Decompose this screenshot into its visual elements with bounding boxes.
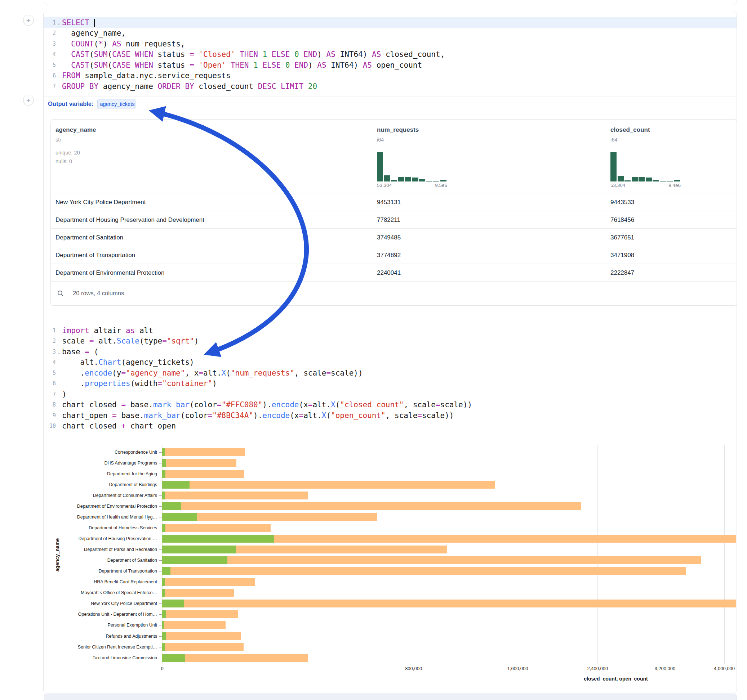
open_count-bar[interactable]	[162, 556, 227, 564]
closed_count-bar[interactable]	[162, 578, 255, 586]
code-line[interactable]: 5 CAST(SUM(CASE WHEN status = 'Open' THE…	[44, 60, 736, 71]
code-line[interactable]: 8chart_closed = base.mark_bar(color="#FF…	[44, 400, 736, 410]
open_count-bar[interactable]	[162, 535, 274, 543]
code-line[interactable]: 9chart_open = base.mark_bar(color="#8BC3…	[44, 410, 736, 421]
line-number: 1	[44, 20, 56, 26]
open_count-bar[interactable]	[162, 599, 184, 608]
open_count-bar[interactable]	[162, 567, 171, 575]
open_count-bar[interactable]	[162, 632, 166, 640]
closed_count-bar[interactable]	[162, 599, 736, 608]
code-line[interactable]: 2 agency_name,	[44, 28, 736, 39]
open_count-bar[interactable]	[162, 589, 165, 597]
y-tick	[159, 647, 162, 647]
y-tick	[159, 474, 162, 474]
y-tick	[159, 517, 162, 517]
closed_count-bar[interactable]	[162, 567, 686, 575]
open_count-bar[interactable]	[162, 481, 189, 489]
gridline	[518, 445, 518, 664]
table-row[interactable]: Department of Environmental Protection22…	[51, 264, 737, 282]
fold-chevron-slot	[56, 394, 62, 395]
gridline	[724, 445, 725, 664]
table-row[interactable]: Department of Housing Preservation and D…	[51, 211, 737, 229]
open_count-bar[interactable]	[162, 654, 185, 662]
closed_count-bar[interactable]	[162, 632, 241, 640]
y-axis-label: Taxi and Limousine Commission	[44, 655, 157, 661]
code-line[interactable]: 6FROM sample_data.nyc.service_requests	[44, 71, 736, 81]
y-tick	[159, 603, 162, 604]
y-tick	[159, 571, 162, 572]
open_count-bar[interactable]	[162, 513, 197, 521]
line-number: 7	[44, 83, 56, 90]
closed_count-bar[interactable]	[162, 459, 236, 467]
table-row[interactable]: New York City Police Department945313194…	[51, 193, 737, 211]
fold-chevron-icon[interactable]: ⌄	[56, 20, 62, 26]
closed_count-bar[interactable]	[162, 448, 245, 456]
table-row[interactable]: Department of Transportation377489234719…	[51, 246, 737, 264]
code-line[interactable]: 1import altair as alt	[44, 325, 736, 336]
open_count-bar[interactable]	[162, 470, 165, 478]
y-axis-label: Refunds and Adjustments	[44, 634, 157, 639]
closed_count-bar[interactable]	[162, 556, 701, 564]
open_count-bar[interactable]	[162, 459, 166, 467]
fold-chevron-icon[interactable]: ⌄	[56, 348, 62, 355]
closed_count-bar[interactable]	[162, 502, 581, 510]
line-number: 3	[44, 41, 56, 47]
open_count-bar[interactable]	[162, 643, 165, 651]
closed_count-bar[interactable]	[162, 481, 495, 489]
closed_count-bar[interactable]	[162, 524, 271, 532]
add-cell-button[interactable]: +	[23, 15, 34, 26]
code-line[interactable]: 4 CAST(SUM(CASE WHEN status = 'Closed' T…	[44, 49, 736, 60]
sql-editor[interactable]: 1⌄SELECT 2 agency_name,3 COUNT(*) AS num…	[44, 17, 736, 92]
closed_count-bar[interactable]	[162, 589, 234, 597]
bar-chart: agency_name Correspondence UnitDHS Advan…	[44, 445, 736, 692]
line-number: 6	[44, 72, 56, 79]
column-type: i64	[611, 137, 617, 143]
output-variable-chip[interactable]: agency_tickets	[97, 99, 136, 109]
table-cell: Department of Housing Preservation and D…	[56, 211, 204, 229]
code-line[interactable]: 3 COUNT(*) AS num_requests,	[44, 39, 736, 49]
search-icon[interactable]	[57, 290, 64, 297]
output-variable-row: Output variable: agency_tickets	[48, 99, 136, 109]
closed_count-bar[interactable]	[162, 610, 238, 618]
open_count-bar[interactable]	[162, 546, 236, 554]
table-cell: 9443533	[611, 193, 634, 211]
table-row[interactable]: Department of Sanitation37494853677651	[51, 228, 737, 246]
open_count-bar[interactable]	[162, 524, 165, 532]
closed_count-bar[interactable]	[162, 470, 244, 478]
code-line[interactable]: 4 alt.Chart(agency_tickets)	[44, 357, 736, 368]
open_count-bar[interactable]	[162, 578, 165, 586]
closed_count-bar[interactable]	[162, 492, 308, 499]
code-line[interactable]: 2scale = alt.Scale(type="sqrt")	[44, 336, 736, 347]
fold-chevron-slot	[56, 383, 62, 384]
column-histogram	[377, 152, 447, 181]
code-line[interactable]: 3⌄base = (	[44, 346, 736, 357]
y-axis-label: Department of Homeless Services	[44, 525, 157, 531]
code-line[interactable]: 1⌄SELECT	[44, 17, 736, 28]
add-cell-button[interactable]: +	[23, 95, 34, 106]
line-number: 2	[44, 30, 56, 36]
y-tick	[159, 593, 162, 593]
closed_count-bar[interactable]	[162, 643, 243, 651]
open_count-bar[interactable]	[162, 492, 165, 499]
code-line[interactable]: 7)	[44, 389, 736, 400]
line-number: 3	[44, 348, 56, 355]
y-axis-label: Department of Transportation	[44, 568, 157, 574]
y-tick	[159, 485, 162, 485]
fold-chevron-slot	[56, 330, 62, 331]
y-axis-label: Senior Citizen Rent Increase Exempti…	[44, 644, 157, 650]
open_count-bar[interactable]	[162, 502, 181, 510]
code-line[interactable]: 5 .encode(y="agency_name", x=alt.X("num_…	[44, 368, 736, 379]
table-cell: 3471908	[611, 246, 634, 264]
fold-chevron-slot	[56, 54, 62, 55]
open_count-bar[interactable]	[162, 610, 166, 618]
code-line[interactable]: 7GROUP BY agency_name ORDER BY closed_co…	[44, 81, 736, 92]
fold-chevron-slot	[56, 43, 62, 44]
x-tick-label: 1,600,000	[507, 666, 528, 671]
open_count-bar[interactable]	[162, 621, 164, 629]
code-line[interactable]: 10chart_closed + chart_open	[44, 421, 736, 432]
open_count-bar[interactable]	[162, 448, 165, 456]
code-line[interactable]: 6 .properties(width="container")	[44, 379, 736, 389]
y-axis-label: Mayorâ€ s Office of Special Enforce…	[44, 590, 157, 596]
closed_count-bar[interactable]	[162, 621, 225, 629]
python-editor[interactable]: 1import altair as alt2scale = alt.Scale(…	[44, 325, 736, 431]
